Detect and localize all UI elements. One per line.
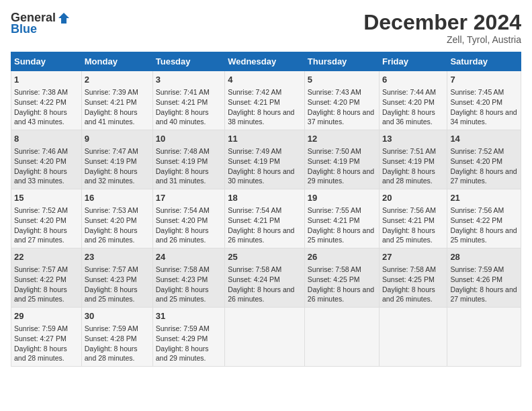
- day-cell-23: 23 Sunrise: 7:57 AMSunset: 4:23 PMDaylig…: [81, 248, 152, 308]
- col-monday: Monday: [81, 52, 152, 71]
- logo-icon: [57, 11, 71, 25]
- day-cell-24: 24 Sunrise: 7:58 AMSunset: 4:23 PMDaylig…: [152, 248, 224, 308]
- header-row: Sunday Monday Tuesday Wednesday Thursday…: [11, 52, 521, 71]
- day-cell-11: 11 Sunrise: 7:49 AMSunset: 4:19 PMDaylig…: [225, 130, 305, 189]
- day-cell-10: 10 Sunrise: 7:48 AMSunset: 4:19 PMDaylig…: [152, 130, 224, 189]
- title-section: December 2024 Zell, Tyrol, Austria: [363, 11, 521, 45]
- col-wednesday: Wednesday: [225, 52, 305, 71]
- day-cell-31: 31 Sunrise: 7:59 AMSunset: 4:29 PMDaylig…: [152, 307, 224, 366]
- day-cell-22: 22 Sunrise: 7:57 AMSunset: 4:22 PMDaylig…: [11, 248, 82, 308]
- week-row-3: 15 Sunrise: 7:52 AMSunset: 4:20 PMDaylig…: [11, 189, 521, 248]
- week-row-1: 1 Sunrise: 7:38 AMSunset: 4:22 PMDayligh…: [11, 71, 521, 130]
- week-row-2: 8 Sunrise: 7:46 AMSunset: 4:20 PMDayligh…: [11, 130, 521, 189]
- day-cell-17: 17 Sunrise: 7:54 AMSunset: 4:20 PMDaylig…: [152, 189, 224, 248]
- day-cell-6: 6 Sunrise: 7:44 AMSunset: 4:20 PMDayligh…: [380, 71, 447, 130]
- day-cell-12: 12 Sunrise: 7:50 AMSunset: 4:19 PMDaylig…: [304, 130, 379, 189]
- day-cell-30: 30 Sunrise: 7:59 AMSunset: 4:28 PMDaylig…: [81, 307, 152, 366]
- day-cell-21: 21 Sunrise: 7:56 AMSunset: 4:22 PMDaylig…: [447, 189, 521, 248]
- day-cell-2: 2 Sunrise: 7:39 AMSunset: 4:21 PMDayligh…: [81, 71, 152, 130]
- page-header: General Blue December 2024 Zell, Tyrol, …: [11, 11, 521, 45]
- calendar-table: Sunday Monday Tuesday Wednesday Thursday…: [11, 52, 521, 367]
- col-saturday: Saturday: [447, 52, 521, 71]
- col-thursday: Thursday: [304, 52, 379, 71]
- day-cell-26: 26 Sunrise: 7:58 AMSunset: 4:25 PMDaylig…: [304, 248, 379, 308]
- svg-marker-0: [58, 13, 69, 24]
- logo: General Blue: [11, 11, 71, 36]
- day-cell-empty-3: [380, 307, 447, 366]
- day-cell-8: 8 Sunrise: 7:46 AMSunset: 4:20 PMDayligh…: [11, 130, 82, 189]
- col-friday: Friday: [380, 52, 447, 71]
- day-cell-1: 1 Sunrise: 7:38 AMSunset: 4:22 PMDayligh…: [11, 71, 82, 130]
- col-sunday: Sunday: [11, 52, 82, 71]
- logo-blue: Blue: [11, 22, 37, 36]
- day-cell-3: 3 Sunrise: 7:41 AMSunset: 4:21 PMDayligh…: [152, 71, 224, 130]
- day-cell-5: 5 Sunrise: 7:43 AMSunset: 4:20 PMDayligh…: [304, 71, 379, 130]
- day-cell-27: 27 Sunrise: 7:58 AMSunset: 4:25 PMDaylig…: [380, 248, 447, 308]
- subtitle: Zell, Tyrol, Austria: [363, 34, 521, 45]
- week-row-4: 22 Sunrise: 7:57 AMSunset: 4:22 PMDaylig…: [11, 248, 521, 308]
- day-cell-20: 20 Sunrise: 7:56 AMSunset: 4:21 PMDaylig…: [380, 189, 447, 248]
- day-cell-9: 9 Sunrise: 7:47 AMSunset: 4:19 PMDayligh…: [81, 130, 152, 189]
- col-tuesday: Tuesday: [152, 52, 224, 71]
- month-title: December 2024: [363, 11, 521, 34]
- day-cell-25: 25 Sunrise: 7:58 AMSunset: 4:24 PMDaylig…: [225, 248, 305, 308]
- day-cell-14: 14 Sunrise: 7:52 AMSunset: 4:20 PMDaylig…: [447, 130, 521, 189]
- day-cell-29: 29 Sunrise: 7:59 AMSunset: 4:27 PMDaylig…: [11, 307, 82, 366]
- day-cell-empty-4: [447, 307, 521, 366]
- day-cell-empty-2: [304, 307, 379, 366]
- day-cell-empty-1: [225, 307, 305, 366]
- day-cell-7: 7 Sunrise: 7:45 AMSunset: 4:20 PMDayligh…: [447, 71, 521, 130]
- day-cell-13: 13 Sunrise: 7:51 AMSunset: 4:19 PMDaylig…: [380, 130, 447, 189]
- day-cell-16: 16 Sunrise: 7:53 AMSunset: 4:20 PMDaylig…: [81, 189, 152, 248]
- day-cell-4: 4 Sunrise: 7:42 AMSunset: 4:21 PMDayligh…: [225, 71, 305, 130]
- week-row-5: 29 Sunrise: 7:59 AMSunset: 4:27 PMDaylig…: [11, 307, 521, 366]
- day-cell-15: 15 Sunrise: 7:52 AMSunset: 4:20 PMDaylig…: [11, 189, 82, 248]
- day-cell-18: 18 Sunrise: 7:54 AMSunset: 4:21 PMDaylig…: [225, 189, 305, 248]
- day-cell-28: 28 Sunrise: 7:59 AMSunset: 4:26 PMDaylig…: [447, 248, 521, 308]
- day-cell-19: 19 Sunrise: 7:55 AMSunset: 4:21 PMDaylig…: [304, 189, 379, 248]
